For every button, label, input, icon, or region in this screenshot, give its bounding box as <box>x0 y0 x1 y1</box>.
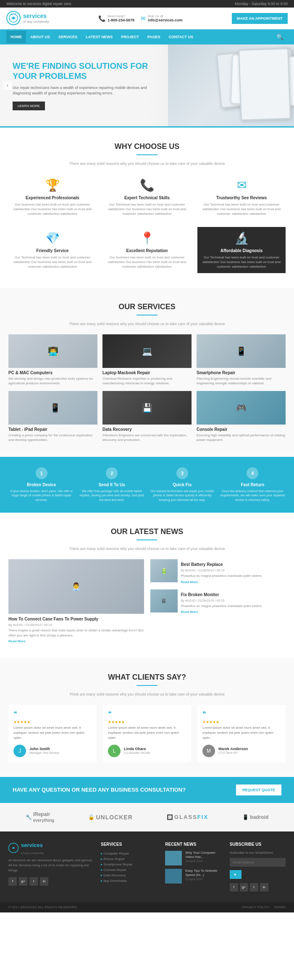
service-data-image: 💾 <box>102 391 192 425</box>
glassfix-icon: 🔲 <box>167 814 173 820</box>
news-monitor-image: 🖥 <box>150 589 178 612</box>
in-icon-footer[interactable]: in <box>260 883 268 891</box>
testimonial-text: Lorem ipsum dolor sit amet mure amet sed… <box>13 725 92 740</box>
news-monitor-read-more[interactable]: Read More <box>181 610 198 614</box>
step-number: 1 <box>36 467 47 479</box>
header: services of any complexity 📞 Need Help? … <box>0 8 294 29</box>
badroid-icon: 📱 <box>242 814 249 820</box>
googleplus-icon[interactable]: g+ <box>19 877 27 886</box>
nav-contact[interactable]: CONTACT US <box>165 31 197 43</box>
news-monitor-desc: Phasellus eu magna phasellus malobadis p… <box>181 604 286 608</box>
subscribe-button[interactable]: ► <box>230 870 242 879</box>
news-monitor-title: Fix Broken Monitor <box>181 592 286 597</box>
unlocker-icon: 🔓 <box>88 814 94 820</box>
service-laptop: 💻 Laptop Macbook Repair Chemical Researc… <box>102 334 192 386</box>
service-smartphone: 📱 Smartphone Repair Planning Engineering… <box>197 334 286 386</box>
feature-title: Experienced Professionals <box>13 195 92 200</box>
hours-text: Monday - Saturday 9:00 to 6:00 <box>235 2 288 6</box>
news-battery-title: Best Battery Replace <box>181 562 286 567</box>
footer-logo-icon <box>8 843 19 853</box>
service-console-image: 🎮 <box>197 391 286 425</box>
footer-news-thumb2 <box>165 869 182 884</box>
terms-link[interactable]: TERMS <box>274 905 286 909</box>
author-avatar: L <box>108 745 121 757</box>
feature-desc: Our Technical has been built on trust an… <box>202 202 281 216</box>
reviews-icon: ✉ <box>202 178 281 192</box>
logo-text: services of any complexity <box>23 13 49 23</box>
diagnosis-icon: 🔬 <box>202 231 281 245</box>
service-desc: Petroleum Engineers are concerned with t… <box>102 433 192 442</box>
footer-services-title: SERVICES <box>101 842 157 847</box>
service-pc-image: 👨‍💻 <box>8 334 97 368</box>
news-battery-read-more[interactable]: Read More <box>181 580 198 584</box>
news-side-articles: 🔋 Best Battery Replace By ALEXD / 01/28/… <box>150 559 286 614</box>
header-contact: 📞 Need Help? 1-800-234-5678 ✉ Mail Us @ … <box>98 14 182 22</box>
search-icon[interactable]: 🔍 <box>272 29 288 44</box>
news-main-title: How To Connect Case Fans To Power Supply <box>8 616 144 622</box>
footer-bottom-links: PRIVACY POLICY TERMS <box>242 905 286 909</box>
learn-more-button[interactable]: LEARN MORE <box>13 102 45 110</box>
gplus-icon-footer[interactable]: g+ <box>240 883 248 891</box>
step-desc: We offer free package with all mobile ta… <box>79 489 145 503</box>
feature-desc: Our Technical has been built on trust an… <box>202 255 281 269</box>
service-tablet: 📲 Tablet - iPad Repair Creating a press … <box>8 391 97 442</box>
feature-desc: Our business has been built on trust and… <box>107 255 187 269</box>
mail-icon: ✉ <box>141 15 146 22</box>
hero-section: ‹ WE'RE FINDING SOLUTIONS FOR YOUR PROBL… <box>0 44 294 126</box>
footer-subscribe: SUBSCRIBE US Subscribe to our SmartSheet… <box>230 842 286 891</box>
tw-icon-footer[interactable]: t <box>250 883 258 891</box>
footer-bottom: © 2017 SERVICES ALL RIGHTS RESERVED PRIV… <box>0 902 294 912</box>
service-pc: 👨‍💻 PC & MAC Computers We develop and de… <box>8 334 97 386</box>
nav-news[interactable]: LATEST NEWS <box>81 31 117 43</box>
step-send: 2 Send It To Us We offer free package wi… <box>79 467 145 503</box>
appointment-button[interactable]: MAKE AN APPOINTMENT <box>232 13 288 24</box>
nav-home[interactable]: HOME <box>6 31 26 43</box>
stars: ★★★★★ <box>13 720 92 724</box>
testimonial-linda: ❝ ★★★★★ Lorem ipsum dolor sit amet mure … <box>103 705 191 762</box>
testimonial-author: M Marek Anderson CTO Tech NY <box>202 745 281 757</box>
news-battery-desc: Phasellus eu magna phasellus malobadis p… <box>181 573 286 578</box>
stars: ★★★★★ <box>108 720 186 724</box>
twitter-icon[interactable]: t <box>29 877 38 886</box>
step-title: Send It To Us <box>79 482 145 487</box>
welcome-text: Welcome to services digital repair zero <box>6 2 71 6</box>
services-grid: 👨‍💻 PC & MAC Computers We develop and de… <box>8 334 286 442</box>
testimonials-grid: ❝ ★★★★★ Lorem ipsum dolor sit amet mure … <box>8 705 286 762</box>
footer-copyright: © 2017 SERVICES ALL RIGHTS RESERVED <box>8 905 77 909</box>
fb-icon-footer[interactable]: f <box>230 883 238 891</box>
hero-prev-arrow[interactable]: ‹ <box>3 81 12 90</box>
professionals-icon: 🏆 <box>13 178 92 192</box>
privacy-policy-link[interactable]: PRIVACY POLICY <box>242 905 270 909</box>
features-row2: 💎 Friendly Service Our Technical has bee… <box>8 227 286 274</box>
nav-about[interactable]: ABOUT US <box>26 31 54 43</box>
subscribe-email-input[interactable] <box>230 858 286 867</box>
step-number: 4 <box>247 467 258 479</box>
request-quote-button[interactable]: REQUEST QUOTE <box>236 785 281 795</box>
feature-professionals: 🏆 Experienced Professionals Our business… <box>8 174 97 221</box>
logo[interactable]: services of any complexity <box>6 11 49 26</box>
service-title: Tablet - iPad Repair <box>8 427 97 432</box>
author-role: CTO Tech NY <box>218 751 248 755</box>
news-main-read-more[interactable]: Read More <box>8 639 26 643</box>
news-main-image: 👨‍💼 <box>8 559 144 614</box>
service-desc: Ensuring high reliability and optimal pe… <box>197 433 286 442</box>
author-name: Marek Anderson <box>218 747 248 751</box>
main-nav: HOME ABOUT US SERVICES LATEST NEWS PROJE… <box>0 29 294 44</box>
nav-services[interactable]: SERVICES <box>54 31 81 43</box>
step-broken: 1 Broken Device If your device breaks, d… <box>8 467 75 503</box>
linkedin-icon[interactable]: in <box>40 877 48 886</box>
service-title: Data Recovery <box>102 427 192 432</box>
steps-section: 1 Broken Device If your device breaks, d… <box>0 457 294 513</box>
news-monitor-meta: By ALEXD / 01/28/2015 / 05:15 <box>181 599 286 602</box>
facebook-icon[interactable]: f <box>8 877 17 886</box>
nav-project[interactable]: PROJECT <box>117 31 143 43</box>
step-title: Fast Return <box>220 482 286 487</box>
feature-title: Expert Technical Skills <box>107 195 187 200</box>
feature-title: Trustworthy See Reviews <box>202 195 281 200</box>
footer-news-item-title: Why Your Computer Video Has... <box>185 851 221 860</box>
service-title: PC & MAC Computers <box>8 370 97 375</box>
testimonial-john: ❝ ★★★★★ Lorem ipsum dolor sit amet mure … <box>8 705 97 762</box>
divider-why <box>136 154 158 155</box>
feature-desc: Our Technical has been built on trust an… <box>107 202 187 216</box>
nav-pages[interactable]: PAGES <box>143 31 165 43</box>
